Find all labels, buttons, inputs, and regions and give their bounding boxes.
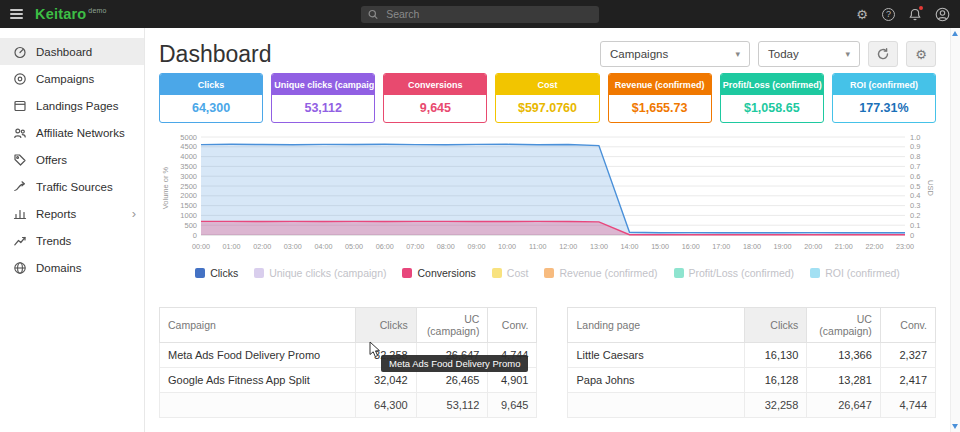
campaigns-filter-select[interactable]: Campaigns ▾ <box>600 41 750 67</box>
svg-text:3000: 3000 <box>180 172 197 181</box>
svg-text:4500: 4500 <box>180 142 197 151</box>
topbar: Keitarodemo ⚙ ? <box>0 0 960 28</box>
svg-text:0.6: 0.6 <box>910 172 920 181</box>
svg-text:12:00: 12:00 <box>559 242 577 251</box>
metric-card-label: Cost <box>496 74 598 95</box>
svg-text:0.3: 0.3 <box>910 201 920 210</box>
sidebar-item-domains[interactable]: Domains <box>0 254 144 281</box>
legend-swatch <box>544 268 554 278</box>
metric-card-profit-loss[interactable]: Profit/Loss (confirmed) $1,058.65 <box>720 73 824 123</box>
svg-text:22:00: 22:00 <box>865 242 883 251</box>
legend-item-conversions[interactable]: Conversions <box>402 267 475 279</box>
sidebar-item-dashboard[interactable]: Dashboard <box>0 38 144 65</box>
search-input[interactable] <box>384 7 592 21</box>
chart-legend: Clicks Unique clicks (campaign) Conversi… <box>159 267 936 279</box>
column-header-landing-page[interactable]: Landing page <box>568 308 744 343</box>
landing-pages-table: Landing page Clicks UC (campaign) Conv. … <box>567 307 936 418</box>
table-totals-row: 32,258 26,647 4,744 <box>568 393 936 418</box>
legend-swatch <box>254 268 264 278</box>
metric-card-revenue[interactable]: Revenue (confirmed) $1,655.73 <box>608 73 712 123</box>
chevron-down-icon: ▾ <box>845 49 850 59</box>
scroll-down-arrow-icon[interactable] <box>952 424 958 429</box>
legend-swatch <box>492 268 502 278</box>
legend-item-unique-clicks[interactable]: Unique clicks (campaign) <box>254 267 386 279</box>
search-icon <box>368 9 378 20</box>
metric-cards-row: Clicks 64,300 Unique clicks (campaign) 5… <box>159 73 936 123</box>
column-header-conv[interactable]: Conv. <box>880 308 935 343</box>
metric-card-cost[interactable]: Cost $597.0760 <box>495 73 599 123</box>
column-header-uc[interactable]: UC (campaign) <box>807 308 881 343</box>
sidebar-item-offers[interactable]: Offers <box>0 146 144 173</box>
svg-text:5000: 5000 <box>180 133 197 142</box>
settings-gear-icon[interactable]: ⚙ <box>856 8 868 21</box>
column-header-campaign[interactable]: Campaign <box>160 308 356 343</box>
svg-text:1500: 1500 <box>180 201 197 210</box>
svg-text:1.0: 1.0 <box>910 133 920 142</box>
app-logo[interactable]: Keitarodemo <box>35 6 107 22</box>
svg-text:0.5: 0.5 <box>910 182 920 191</box>
legend-item-cost[interactable]: Cost <box>492 267 529 279</box>
table-row[interactable]: Little Caesars 16,130 13,366 2,327 <box>568 343 936 368</box>
notifications-bell-icon[interactable] <box>909 8 921 21</box>
date-range-select[interactable]: Today ▾ <box>758 41 860 67</box>
page-scrollbar[interactable] <box>950 28 960 432</box>
sidebar-item-trends[interactable]: Trends <box>0 227 144 254</box>
legend-item-roi[interactable]: ROI (confirmed) <box>810 267 900 279</box>
svg-text:0: 0 <box>193 231 197 240</box>
landing-name[interactable]: Papa Johns <box>568 368 744 393</box>
metric-card-clicks[interactable]: Clicks 64,300 <box>159 73 263 123</box>
metric-card-label: Unique clicks (campaign) <box>272 74 374 95</box>
svg-text:06:00: 06:00 <box>376 242 394 251</box>
page-icon <box>13 99 27 113</box>
metric-card-conversions[interactable]: Conversions 9,645 <box>383 73 487 123</box>
sidebar-item-campaigns[interactable]: Campaigns <box>0 65 144 92</box>
metric-card-roi[interactable]: ROI (confirmed) 177.31% <box>832 73 936 123</box>
chart-canvas: 0500100015002000250030003500400045005000… <box>159 131 936 263</box>
dashboard-settings-button[interactable]: ⚙ <box>906 41 936 67</box>
column-header-conv[interactable]: Conv. <box>488 308 537 343</box>
bar-chart-icon <box>13 207 27 221</box>
svg-text:08:00: 08:00 <box>437 242 455 251</box>
sidebar-item-reports[interactable]: Reports › <box>0 200 144 227</box>
sidebar-item-affiliate-networks[interactable]: Affiliate Networks <box>0 119 144 146</box>
sidebar-item-landings-pages[interactable]: Landings Pages <box>0 92 144 119</box>
menu-icon[interactable] <box>10 7 23 21</box>
global-search[interactable] <box>361 6 599 23</box>
svg-text:03:00: 03:00 <box>284 242 302 251</box>
scroll-up-arrow-icon[interactable] <box>952 31 958 36</box>
svg-text:11:00: 11:00 <box>529 242 546 251</box>
column-header-clicks[interactable]: Clicks <box>744 308 806 343</box>
refresh-button[interactable] <box>868 41 898 67</box>
svg-text:USD: USD <box>926 180 935 196</box>
user-avatar-icon[interactable] <box>935 7 950 22</box>
sidebar-item-traffic-sources[interactable]: Traffic Sources <box>0 173 144 200</box>
legend-swatch <box>195 268 205 278</box>
campaign-name[interactable]: Google Ads Fitness App Split <box>160 368 356 393</box>
svg-text:01:00: 01:00 <box>223 242 241 251</box>
dashboard-icon <box>13 45 27 59</box>
metric-card-value: 177.31% <box>833 95 935 122</box>
legend-item-clicks[interactable]: Clicks <box>195 267 238 279</box>
legend-item-revenue[interactable]: Revenue (confirmed) <box>544 267 657 279</box>
traffic-chart: 0500100015002000250030003500400045005000… <box>159 131 936 279</box>
landing-name[interactable]: Little Caesars <box>568 343 744 368</box>
metric-card-unique-clicks[interactable]: Unique clicks (campaign) 53,112 <box>271 73 375 123</box>
svg-text:0: 0 <box>910 231 914 240</box>
legend-swatch <box>810 268 820 278</box>
tag-icon <box>13 153 27 167</box>
metric-card-value: $597.0760 <box>496 95 598 122</box>
table-totals-row: 64,300 53,112 9,645 <box>160 393 537 418</box>
legend-item-profit-loss[interactable]: Profit/Loss (confirmed) <box>674 267 795 279</box>
table-row[interactable]: Papa Johns 16,128 13,281 2,417 <box>568 368 936 393</box>
help-icon[interactable]: ? <box>882 8 895 21</box>
trend-line-icon <box>13 234 27 248</box>
svg-text:05:00: 05:00 <box>345 242 363 251</box>
legend-swatch <box>402 268 412 278</box>
svg-text:00:00: 00:00 <box>192 242 210 251</box>
campaign-name[interactable]: Meta Ads Food Delivery Promo <box>160 343 356 368</box>
metric-card-label: Conversions <box>384 74 486 95</box>
metric-card-label: ROI (confirmed) <box>833 74 935 95</box>
column-header-clicks[interactable]: Clicks <box>356 308 416 343</box>
column-header-uc[interactable]: UC (campaign) <box>416 308 488 343</box>
metric-card-value: 64,300 <box>160 95 262 122</box>
